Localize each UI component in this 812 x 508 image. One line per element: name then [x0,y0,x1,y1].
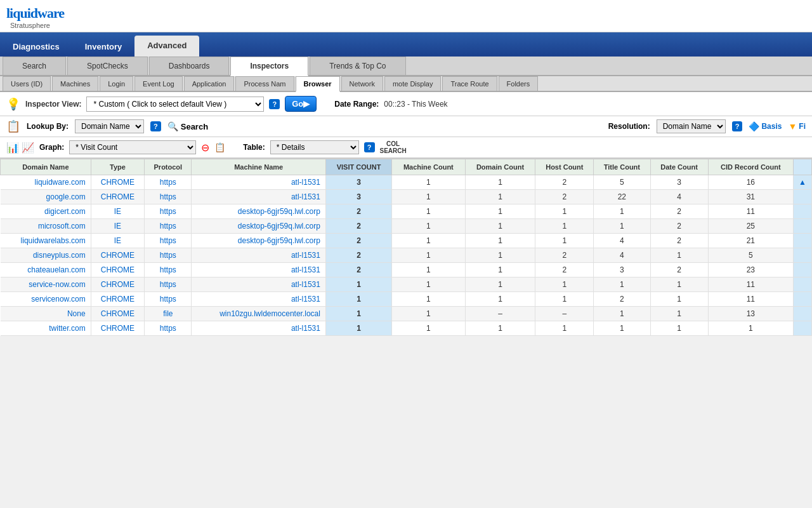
table-cell: CHROME [91,292,145,307]
table-cell: IE [91,204,145,219]
table-row[interactable]: microsoft.comIEhttpsdesktop-6gjr59q.lwl.… [1,219,812,234]
table-cell: 13 [708,307,794,321]
graph-icon-1[interactable]: 📊 [6,142,19,154]
tab-trends[interactable]: Trends & Top Co [310,57,405,75]
table-cell: 1 [708,321,794,336]
resolution-select[interactable]: Domain Name [657,119,726,133]
table-cell: 1 [392,190,465,204]
tab-dashboards[interactable]: Dashboards [149,57,230,75]
table-cell: CHROME [91,248,145,263]
col-date-count[interactable]: Date Count [650,159,708,175]
table-cell: 1 [650,248,708,263]
table-cell: 1 [392,234,465,248]
col-domain-count[interactable]: Domain Count [465,159,535,175]
col-domain-name[interactable]: Domain Name [1,159,91,175]
tab-spotchecks[interactable]: SpotChecks [67,57,148,75]
table-row[interactable]: liquidware.comCHROMEhttpsatl-l1531311253… [1,175,812,190]
resolution-help-button[interactable]: ? [732,121,743,131]
table-cell: CHROME [91,277,145,292]
col-type[interactable]: Type [91,159,145,175]
col-host-count[interactable]: Host Count [535,159,594,175]
table-cell: 1 [594,277,650,292]
tab-browser[interactable]: Browser [296,76,340,92]
tab-remote-display[interactable]: mote Display [384,76,442,91]
graph-icon-2[interactable]: 📈 [22,142,34,154]
tab-event-log[interactable]: Event Log [134,76,183,91]
scroll-cell [794,248,812,263]
table-cell: 1 [535,321,594,336]
graph-label: Graph: [39,143,64,152]
lookup-help-button[interactable]: ? [150,121,161,131]
nav-inventory[interactable]: Inventory [72,37,135,57]
nav-diagnostics[interactable]: Diagnostics [0,37,72,57]
inspector-view-row: 💡 Inspector View: * Custom ( Click to se… [0,92,812,116]
table-row[interactable]: NoneCHROMEfilewin10zgu.lwldemocenter.loc… [1,307,812,321]
table-label: Table: [243,143,265,152]
tab-users-id[interactable]: Users (ID) [3,76,51,91]
table-cell: IE [91,219,145,234]
tab-application[interactable]: Application [184,76,235,91]
table-cell: 1 [392,277,465,292]
tab-inspectors[interactable]: Inspectors [230,57,308,76]
table-cell: 3 [650,175,708,190]
search-icon: 🔍 [167,121,178,131]
table-cell: 1 [325,277,391,292]
inspector-view-label: Inspector View: [25,100,81,109]
table-row[interactable]: disneyplus.comCHROMEhttpsatl-l1531211241… [1,248,812,263]
tab-login[interactable]: Login [100,76,133,91]
tab-trace-route[interactable]: Trace Route [442,76,497,91]
table-row[interactable]: chateauelan.comCHROMEhttpsatl-l153121123… [1,263,812,277]
table-icon: 📋 [214,142,225,152]
table-cell: https [145,321,192,336]
table-cell: CHROME [91,307,145,321]
table-row[interactable]: liquidwarelabs.comIEhttpsdesktop-6gjr59q… [1,234,812,248]
table-cell: 1 [465,277,535,292]
table-cell: https [145,277,192,292]
basis-button[interactable]: 🔷 Basis [749,121,782,131]
table-row[interactable]: google.comCHROMEhttpsatl-l1531311222431 [1,190,812,204]
table-cell: 11 [708,204,794,219]
tab-process-name[interactable]: Process Nam [235,76,294,91]
table-cell: 1 [465,190,535,204]
inspector-view-help-button[interactable]: ? [269,99,280,109]
lookup-select[interactable]: Domain Name [75,119,144,133]
scroll-indicator[interactable]: ▲ [794,175,812,190]
col-title-count[interactable]: Title Count [594,159,650,175]
tab-search[interactable]: Search [3,57,66,75]
date-range-label: Date Range: [334,100,379,109]
col-protocol[interactable]: Protocol [145,159,192,175]
col-search-button[interactable]: COL SEARCH [380,140,407,154]
search-area: 🔍 Search [167,121,208,131]
table-help-button[interactable]: ? [364,142,375,152]
table-cell: disneyplus.com [1,248,91,263]
scroll-cell [794,307,812,321]
table-cell: 1 [325,321,391,336]
tab-folders[interactable]: Folders [499,76,539,91]
nav-advanced[interactable]: Advanced [134,36,199,57]
table-row[interactable]: service-now.comCHROMEhttpsatl-l153111111… [1,277,812,292]
col-machine-count[interactable]: Machine Count [392,159,465,175]
table-cell: 1 [594,307,650,321]
table-cell: CHROME [91,263,145,277]
minus-icon[interactable]: ⊖ [201,142,209,154]
tab-network[interactable]: Network [341,76,383,91]
table-row[interactable]: servicenow.comCHROMEhttpsatl-l1531111121… [1,292,812,307]
table-row[interactable]: digicert.comIEhttpsdesktop-6gjr59q.lwl.c… [1,204,812,219]
filter-label: Fi [799,122,806,131]
table-cell: https [145,248,192,263]
filter-button[interactable]: ▼ Fi [788,121,806,131]
col-cid-record-count[interactable]: CID Record Count [708,159,794,175]
table-row[interactable]: twitter.comCHROMEhttpsatl-l15311111111 [1,321,812,336]
table-cell: 2 [650,219,708,234]
table-select[interactable]: * Details [270,140,359,154]
tab-machines[interactable]: Machines [52,76,98,91]
inspector-view-select[interactable]: * Custom ( Click to select default View … [86,97,264,112]
graph-select[interactable]: * Visit Count [69,140,196,154]
go-button[interactable]: Go▶ [285,96,317,112]
table-cell: 1 [650,321,708,336]
col-machine-name[interactable]: Machine Name [192,159,326,175]
table-cell: liquidware.com [1,175,91,190]
sub-tabs: Search SpotChecks Dashboards Inspectors … [0,57,812,76]
table-cell: 1 [650,292,708,307]
col-visit-count[interactable]: VISIT COUNT [325,159,391,175]
